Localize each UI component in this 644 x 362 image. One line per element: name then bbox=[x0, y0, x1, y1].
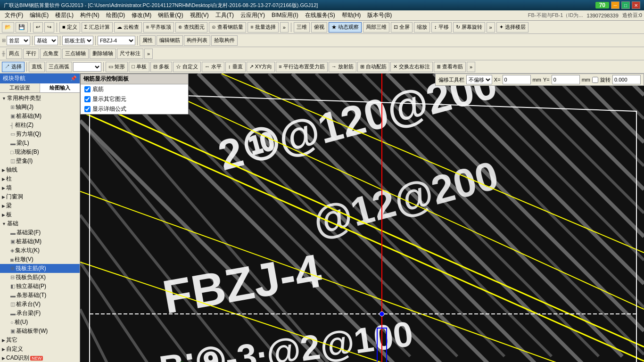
swap-label-button[interactable]: ✕ 交换左右标注 bbox=[390, 62, 433, 72]
batch-select-button[interactable]: ≡ 批量选择 bbox=[248, 22, 278, 33]
column-list-button[interactable]: 构件列表 bbox=[184, 35, 210, 46]
menu-edit[interactable]: 编辑(E) bbox=[27, 10, 51, 20]
two-point-button[interactable]: 两点 bbox=[6, 49, 22, 59]
tree-item-strip-base[interactable]: ▬条形基础(T) bbox=[0, 291, 80, 300]
pan-button[interactable]: ↕ 平移 bbox=[431, 22, 452, 33]
group-common-header[interactable]: ▼ 常用构件类型 bbox=[0, 94, 80, 103]
group-axes-header[interactable]: ▶轴线 bbox=[0, 165, 80, 174]
select-floor-button[interactable]: ✦ 选择楼层 bbox=[496, 22, 528, 33]
nav-project-settings[interactable]: 工程设置 bbox=[0, 83, 40, 92]
redo-button[interactable]: ↪ bbox=[44, 22, 54, 33]
group-foundation-header[interactable]: ▼ 基础 bbox=[0, 219, 80, 228]
menu-modify[interactable]: 修改(M) bbox=[129, 10, 154, 20]
tree-item-raft-neg[interactable]: ⊟筏板负筋(X) bbox=[0, 273, 80, 282]
single-board-button[interactable]: □ 单板 bbox=[129, 62, 149, 72]
menu-rebar-qty[interactable]: 钢筋量(Q) bbox=[155, 10, 186, 20]
menu-bim[interactable]: BIM应用(I) bbox=[269, 10, 301, 20]
rect-button[interactable]: ▭ 矩形 bbox=[106, 62, 128, 72]
xy-button[interactable]: ↗ XY方向 bbox=[247, 62, 275, 72]
group-door-header[interactable]: ▶门窗洞 bbox=[0, 192, 80, 201]
menu-file[interactable]: 文件(F) bbox=[2, 10, 26, 20]
del-aux-button[interactable]: 删除辅轴 bbox=[90, 49, 116, 59]
menu-version[interactable]: 版本号(B) bbox=[364, 10, 395, 20]
open-button[interactable]: 📂 bbox=[2, 22, 14, 33]
line-tool[interactable]: 直线 bbox=[29, 62, 45, 72]
menu-draw[interactable]: 绘图(D) bbox=[103, 10, 128, 20]
group-other-header[interactable]: ▶其它 bbox=[0, 336, 80, 345]
three-point-button[interactable]: 三点辅轴 bbox=[62, 49, 89, 59]
more-toolbar-3[interactable]: » bbox=[144, 49, 153, 59]
dynamic-view-button[interactable]: ★ 动态观察 bbox=[329, 22, 362, 33]
tree-item-frame-col[interactable]: ┤框柱(Z) bbox=[0, 121, 80, 130]
tree-item-pile[interactable]: ○桩(U) bbox=[0, 318, 80, 327]
tree-item-niche[interactable]: ◫壁龛(I) bbox=[0, 156, 80, 165]
auto-rebar-button[interactable]: ⊞ 自动配筋 bbox=[357, 62, 389, 72]
parallel-button[interactable]: 平行 bbox=[23, 49, 39, 59]
custom-button[interactable]: ☆ 自定义 bbox=[173, 62, 201, 72]
zoom-button[interactable]: 缩放 bbox=[414, 22, 430, 33]
tree-item-base-belt[interactable]: ▣基础板带(W) bbox=[0, 327, 80, 336]
tree-item-sump[interactable]: ◈集水坑(K) bbox=[0, 246, 80, 255]
angle-button[interactable]: 点角度 bbox=[40, 49, 61, 59]
cad-canvas-area[interactable]: 钢筋显示控制面板 底筋 显示其它图元 显示详细公式 偏移工具栏 不偏移 X= m… bbox=[80, 74, 644, 362]
edit-rebar-button[interactable]: 编辑钢筋 bbox=[157, 35, 183, 46]
menu-cloud[interactable]: 云应用(Y) bbox=[238, 10, 268, 20]
menu-component[interactable]: 构件(N) bbox=[77, 10, 102, 20]
group-custom-header[interactable]: ▶自定义 bbox=[0, 345, 80, 354]
tree-item-cap-beam[interactable]: ▬承台梁(F) bbox=[0, 309, 80, 318]
fullscreen-button[interactable]: ⊡ 全屏 bbox=[391, 22, 413, 33]
rebar-select[interactable]: 筋板主筋 bbox=[62, 36, 93, 45]
multi-board-button[interactable]: ⊟ 多板 bbox=[150, 62, 172, 72]
bottom-rebar-checkbox[interactable] bbox=[84, 86, 91, 92]
offset-mode-select[interactable]: 不偏移 bbox=[466, 75, 492, 84]
save-button[interactable]: 💾 bbox=[16, 22, 28, 33]
x-offset-input[interactable] bbox=[503, 75, 531, 84]
menu-help[interactable]: 帮助(H) bbox=[339, 10, 364, 20]
code-select[interactable]: FBZJ-4 bbox=[98, 36, 135, 45]
tree-item-axis[interactable]: ⊞轴网(J) bbox=[0, 103, 80, 112]
top-view-button[interactable]: 俯视 bbox=[311, 22, 327, 33]
close-button[interactable]: ✕ bbox=[632, 1, 640, 9]
tree-item-shear-wall[interactable]: ▭剪力墙(Q) bbox=[0, 130, 80, 139]
group-beam-header[interactable]: ▶梁 bbox=[0, 201, 80, 210]
find-element-button[interactable]: ⊕ 查找图元 bbox=[175, 22, 207, 33]
foundation-select[interactable]: 基础 bbox=[34, 36, 58, 45]
group-col-header[interactable]: ▶柱 bbox=[0, 174, 80, 183]
show-other-checkbox[interactable] bbox=[84, 96, 91, 102]
pickup-button[interactable]: 拾取构件 bbox=[211, 35, 238, 46]
horizontal-button[interactable]: ↔ 水平 bbox=[202, 62, 224, 72]
rotate-checkbox[interactable] bbox=[592, 77, 598, 83]
nav-draw-input[interactable]: 绘图输入 bbox=[40, 83, 80, 92]
group-slab-header[interactable]: ▶板 bbox=[0, 210, 80, 219]
tree-item-col-pier[interactable]: ◙柱墩(V) bbox=[0, 255, 80, 264]
screen-rotate-button[interactable]: ↻ 屏幕旋转 bbox=[453, 22, 485, 33]
more-draw[interactable]: » bbox=[467, 62, 475, 72]
partial-3d-button[interactable]: 局部三维 bbox=[363, 22, 389, 33]
dim-button[interactable]: 尺寸标注 bbox=[117, 49, 143, 59]
menu-online[interactable]: 在线服务(S) bbox=[302, 10, 338, 20]
tree-item-beam[interactable]: ▬梁(L) bbox=[0, 139, 80, 148]
more-toolbar-2[interactable]: » bbox=[487, 22, 495, 33]
align-top-button[interactable]: ≡ 平齐板顶 bbox=[143, 22, 174, 33]
attr-button[interactable]: 属性 bbox=[140, 35, 156, 46]
vertical-button[interactable]: ↕ 垂直 bbox=[225, 62, 246, 72]
3d-button[interactable]: 三维 bbox=[294, 22, 310, 33]
show-formula-checkbox[interactable] bbox=[84, 106, 91, 112]
y-offset-input[interactable] bbox=[552, 75, 580, 84]
tree-item-pile-base[interactable]: ▣桩基础(M) bbox=[0, 237, 80, 246]
menu-view[interactable]: 视图(V) bbox=[187, 10, 212, 20]
tree-item-isolated-base[interactable]: ◧独立基础(P) bbox=[0, 282, 80, 291]
summary-button[interactable]: Σ 汇总计算 bbox=[82, 22, 113, 33]
menu-floor[interactable]: 楼层(L) bbox=[52, 10, 76, 20]
select-tool[interactable]: ↗ 选择 bbox=[2, 62, 25, 72]
group-cad-header[interactable]: ▶ CAD识别 NEW bbox=[0, 354, 80, 362]
tree-item-cast-slab[interactable]: □现浇板(B) bbox=[0, 148, 80, 156]
radial-rebar-button[interactable]: → 放射筋 bbox=[329, 62, 356, 72]
minimize-button[interactable]: ─ bbox=[611, 1, 619, 9]
tree-item-pile-cap[interactable]: ◫桩承台(V) bbox=[0, 300, 80, 309]
tree-item-foundation-beam[interactable]: ▬基础梁(F) bbox=[0, 228, 80, 237]
arc-tool[interactable]: 三点画弧 bbox=[46, 62, 72, 72]
parallel-rebar-button[interactable]: ≡ 平行边布置受力筋 bbox=[276, 62, 327, 72]
define-button[interactable]: ■ 定义 bbox=[59, 22, 80, 33]
group-wall-header[interactable]: ▶墙 bbox=[0, 183, 80, 192]
